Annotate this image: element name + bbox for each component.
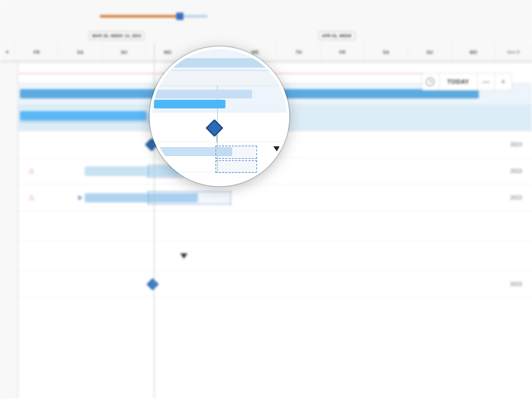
dashed-selection-box-2[interactable] xyxy=(148,191,231,204)
warning-icon-2: ⚠ xyxy=(28,194,35,202)
today-button[interactable]: TODAY xyxy=(439,73,477,90)
warning-icon: ⚠ xyxy=(28,167,35,176)
mag-bar-bright xyxy=(154,100,225,108)
due-date-header-col: Due D xyxy=(495,43,532,61)
day-su-2: SU xyxy=(408,43,452,61)
table-row xyxy=(0,211,532,241)
gantt-bar-bright-blue[interactable] xyxy=(20,111,146,120)
today-controls: TODAY — + xyxy=(422,73,512,90)
due-date: 2023 xyxy=(510,281,522,287)
mag-dashed-box[interactable] xyxy=(215,146,257,159)
magnifier-content xyxy=(152,49,287,184)
day-mo-2: MO xyxy=(452,43,495,61)
day-su-1: SU xyxy=(102,43,146,61)
mag-dropdown-arrow[interactable] xyxy=(273,146,281,152)
gantt-container: MAR 26, WEEK 13, 2023 APR 02, WEEK ▼ FR … xyxy=(0,0,532,399)
due-date: 2023 xyxy=(510,168,522,174)
day-sa: SA xyxy=(59,43,102,61)
week-label-right: APR 02, WEEK xyxy=(319,32,355,40)
diamond-milestone-2[interactable] xyxy=(147,278,159,290)
clock-button[interactable] xyxy=(422,73,439,90)
due-date: 2023 xyxy=(510,195,522,201)
filter-column[interactable]: ▼ xyxy=(0,43,15,61)
mag-header-bar xyxy=(159,58,273,67)
week-label-left: MAR 26, WEEK 13, 2023 xyxy=(89,32,144,40)
mag-dashed-box-2[interactable] xyxy=(215,160,257,173)
left-sidebar xyxy=(0,63,18,399)
clock-icon xyxy=(426,77,435,86)
mag-bar-light xyxy=(154,90,252,98)
mag-milestone-row xyxy=(152,112,287,142)
zoom-in-button[interactable]: + xyxy=(495,73,512,90)
day-sa-2: SA xyxy=(364,43,408,61)
mag-dashed-row xyxy=(152,142,287,172)
blue-right-bar xyxy=(184,15,207,18)
magnifier-overlay xyxy=(150,47,289,186)
table-row: 2023 xyxy=(0,271,532,298)
orange-progress-bar xyxy=(100,15,180,18)
arrow-right xyxy=(78,195,83,200)
mag-header xyxy=(152,49,287,71)
day-fr-2: FR xyxy=(321,43,364,61)
zoom-out-button[interactable]: — xyxy=(477,73,495,90)
mag-row-separator xyxy=(152,71,287,86)
dropdown-arrow-2[interactable] xyxy=(180,253,188,259)
due-date: 2023 xyxy=(510,142,522,148)
table-row xyxy=(0,241,532,271)
blue-marker xyxy=(176,13,184,20)
mag-diamond[interactable] xyxy=(205,119,223,137)
day-fr-1: FR xyxy=(15,43,59,61)
table-row: ⚠ 2023 xyxy=(0,185,532,211)
mag-row-1 xyxy=(152,86,287,112)
top-bar-area xyxy=(100,13,207,20)
